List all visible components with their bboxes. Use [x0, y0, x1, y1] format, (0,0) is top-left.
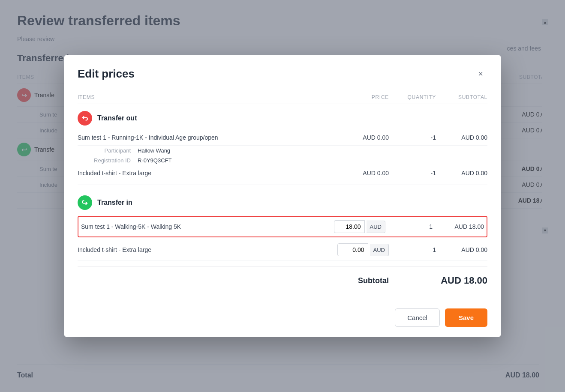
- transfer-in-item-2-price-cell[interactable]: AUD: [333, 243, 389, 256]
- modal-body: ITEMS PRICE QUANTITY SUBTOTAL Transfer o…: [64, 89, 501, 302]
- transfer-in-item-1-subtotal: AUD 18.00: [433, 223, 484, 230]
- col-price-header: PRICE: [333, 94, 389, 100]
- transfer-out-item-1-price: AUD 0.00: [333, 134, 389, 141]
- transfer-out-item-2-subtotal: AUD 0.00: [436, 170, 487, 177]
- modal-overlay: Edit prices × ITEMS PRICE QUANTITY SUBTO…: [0, 0, 565, 392]
- close-button[interactable]: ×: [474, 67, 487, 81]
- transfer-in-item-2-name: Included t-shirt - Extra large: [78, 246, 333, 253]
- transfer-out-icon: [78, 111, 92, 126]
- transfer-in-item-1-price-cell[interactable]: AUD: [330, 220, 385, 233]
- participant-value: Hallow Wang: [138, 147, 170, 154]
- transfer-out-item-2-price: AUD 0.00: [333, 170, 389, 177]
- transfer-in-item-2: Included t-shirt - Extra large AUD 1 AUD…: [78, 239, 487, 261]
- section-divider: [78, 185, 487, 185]
- transfer-out-item-1-subtotal: AUD 0.00: [436, 134, 487, 141]
- col-items-header: ITEMS: [78, 94, 333, 100]
- transfer-in-item-2-qty: 1: [389, 246, 436, 253]
- modal-header: Edit prices ×: [64, 55, 501, 89]
- participant-label: Participant: [78, 147, 138, 154]
- subtotal-row: Subtotal AUD 18.00: [78, 266, 487, 293]
- transfer-in-item-2-currency: AUD: [370, 244, 389, 256]
- registration-row: Registration ID R-0Y9Q3CFT: [78, 156, 487, 165]
- transfer-in-item-1-qty: 1: [385, 223, 433, 230]
- modal-title: Edit prices: [78, 67, 135, 81]
- participant-row: Participant Hallow Wang: [78, 146, 487, 156]
- transfer-in-item-1-price-input[interactable]: [334, 220, 365, 233]
- modal-footer: Cancel Save: [64, 302, 501, 337]
- transfer-out-item-2-qty: -1: [389, 170, 436, 177]
- col-qty-header: QUANTITY: [389, 94, 436, 100]
- transfer-in-item-1: Sum test 1 - Walking-5K - Walking 5K AUD…: [78, 216, 487, 237]
- transfer-in-section: Transfer in: [78, 189, 487, 214]
- transfer-out-item-1: Sum test 1 - Running-1K - Individual Age…: [78, 130, 487, 146]
- edit-prices-modal: Edit prices × ITEMS PRICE QUANTITY SUBTO…: [64, 55, 501, 337]
- transfer-in-item-2-subtotal: AUD 0.00: [436, 246, 487, 253]
- subtotal-amount: AUD 18.00: [389, 275, 487, 286]
- save-button[interactable]: Save: [445, 308, 487, 327]
- transfer-out-item-2: Included t-shirt - Extra large AUD 0.00 …: [78, 165, 487, 181]
- cancel-button[interactable]: Cancel: [395, 308, 440, 327]
- registration-value: R-0Y9Q3CFT: [138, 157, 171, 164]
- transfer-out-item-1-name: Sum test 1 - Running-1K - Individual Age…: [78, 134, 333, 141]
- transfer-in-item-2-price-input[interactable]: [337, 243, 368, 256]
- inner-table-header: ITEMS PRICE QUANTITY SUBTOTAL: [78, 89, 487, 104]
- transfer-in-item-1-name: Sum test 1 - Walking-5K - Walking 5K: [81, 223, 330, 230]
- transfer-in-icon: [78, 195, 92, 210]
- subtotal-label: Subtotal: [78, 276, 389, 285]
- col-subtotal-header: SUBTOTAL: [436, 94, 487, 100]
- transfer-in-label: Transfer in: [97, 199, 132, 206]
- transfer-in-item-1-currency: AUD: [367, 221, 385, 233]
- transfer-out-item-1-qty: -1: [389, 134, 436, 141]
- transfer-out-section: Transfer out: [78, 104, 487, 130]
- registration-label: Registration ID: [78, 157, 138, 164]
- transfer-out-item-2-name: Included t-shirt - Extra large: [78, 170, 333, 177]
- transfer-out-label: Transfer out: [97, 114, 137, 122]
